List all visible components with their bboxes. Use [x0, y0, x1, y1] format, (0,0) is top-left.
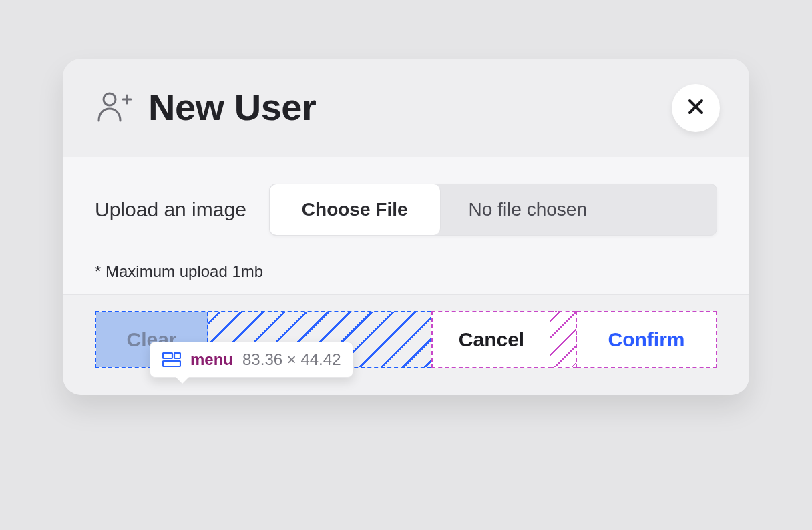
new-user-dialog: New User Upload an image Choose File No …	[63, 59, 749, 395]
cancel-button[interactable]: Cancel	[433, 312, 550, 367]
confirm-button-overlay: Confirm	[577, 311, 717, 368]
file-picker: Choose File No file chosen	[269, 184, 717, 236]
close-icon	[686, 97, 705, 118]
svg-rect-5	[163, 353, 172, 358]
svg-rect-6	[174, 353, 180, 358]
user-plus-icon	[95, 89, 132, 126]
gap-overlay	[550, 311, 577, 368]
cancel-button-overlay: Cancel	[431, 311, 552, 368]
upload-row: Upload an image Choose File No file chos…	[95, 184, 717, 236]
upload-hint: * Maximum upload 1mb	[95, 262, 717, 281]
tooltip-element-tag: menu	[190, 350, 233, 369]
dialog-title: New User	[148, 85, 316, 129]
choose-file-button[interactable]: Choose File	[270, 184, 441, 235]
devtools-inspect-tooltip: menu 83.36 × 44.42	[150, 342, 353, 378]
svg-point-0	[104, 93, 116, 105]
confirm-button[interactable]: Confirm	[577, 312, 716, 367]
dialog-header: New User	[63, 59, 749, 157]
tooltip-dimensions: 83.36 × 44.42	[242, 350, 341, 369]
flex-layout-icon	[162, 352, 181, 367]
svg-rect-7	[163, 361, 180, 366]
upload-label: Upload an image	[95, 198, 246, 221]
file-chosen-status: No file chosen	[441, 184, 717, 235]
close-button[interactable]	[672, 84, 720, 132]
dialog-body: Upload an image Choose File No file chos…	[63, 157, 749, 294]
